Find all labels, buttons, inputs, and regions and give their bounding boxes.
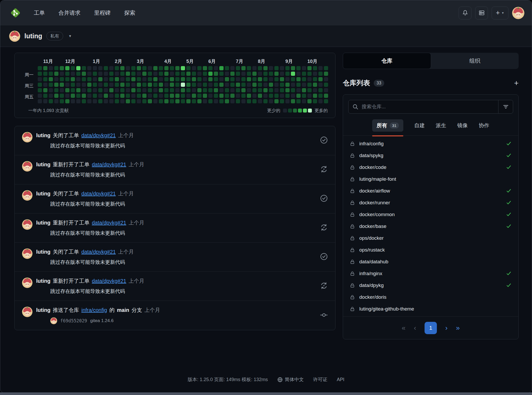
heatmap-cell[interactable] [192, 94, 196, 98]
heatmap-cell[interactable] [120, 72, 124, 76]
heatmap-cell[interactable] [38, 66, 42, 70]
heatmap-cell[interactable] [285, 77, 290, 81]
heatmap-cell[interactable] [219, 88, 224, 92]
heatmap-cell[interactable] [159, 94, 163, 98]
heatmap-cell[interactable] [192, 72, 196, 76]
heatmap-cell[interactable] [115, 99, 119, 103]
heatmap-cell[interactable] [236, 72, 240, 76]
heatmap-cell[interactable] [269, 77, 273, 81]
heatmap-cell[interactable] [263, 77, 268, 81]
heatmap-cell[interactable] [98, 83, 102, 87]
heatmap-cell[interactable] [82, 77, 86, 81]
heatmap-cell[interactable] [49, 77, 53, 81]
heatmap-cell[interactable] [71, 66, 75, 70]
heatmap-cell[interactable] [43, 94, 47, 98]
repo-row[interactable]: infra/nginx [343, 268, 518, 279]
heatmap-cell[interactable] [296, 77, 301, 81]
repo-name[interactable]: data/datahub [359, 259, 388, 265]
repo-row[interactable]: data/dpykg [343, 279, 518, 291]
heatmap-cell[interactable] [137, 99, 141, 103]
commit-message[interactable]: gitea 1.24.6 [90, 318, 113, 323]
heatmap-cell[interactable] [241, 88, 246, 92]
heatmap-cell[interactable] [65, 99, 69, 103]
heatmap-cell[interactable] [296, 66, 301, 70]
heatmap-cell[interactable] [54, 94, 58, 98]
heatmap-cell[interactable] [126, 83, 130, 87]
heatmap-cell[interactable] [175, 88, 180, 92]
heatmap-cell[interactable] [313, 66, 317, 70]
heatmap-cell[interactable] [82, 66, 86, 70]
heatmap-cell[interactable] [164, 72, 169, 76]
heatmap-cell[interactable] [241, 99, 246, 103]
heatmap-cell[interactable] [153, 94, 158, 98]
heatmap-cell[interactable] [252, 77, 257, 81]
heatmap-cell[interactable] [208, 99, 213, 103]
tab-organizations[interactable]: 组织 [431, 53, 519, 69]
heatmap-cell[interactable] [291, 77, 295, 81]
heatmap-cell[interactable] [71, 83, 75, 87]
repo-row[interactable]: luting/maple-font [343, 173, 518, 185]
heatmap-cell[interactable] [170, 72, 174, 76]
heatmap-cell[interactable] [93, 99, 97, 103]
heatmap-cell[interactable] [76, 77, 80, 81]
repo-row[interactable]: docker/base [343, 220, 518, 232]
heatmap-cell[interactable] [302, 83, 306, 87]
pagination-next[interactable]: › [445, 324, 448, 332]
heatmap-cell[interactable] [219, 99, 224, 103]
heatmap-cell[interactable] [296, 83, 301, 87]
heatmap-cell[interactable] [98, 99, 102, 103]
heatmap-cell[interactable] [203, 83, 207, 87]
heatmap-cell[interactable] [307, 99, 312, 103]
heatmap-cell[interactable] [230, 88, 235, 92]
heatmap-cell[interactable] [186, 77, 191, 81]
heatmap-cell[interactable] [225, 99, 229, 103]
heatmap-cell[interactable] [186, 66, 191, 70]
heatmap-cell[interactable] [142, 77, 146, 81]
heatmap-cell[interactable] [258, 99, 262, 103]
repo-row[interactable]: infra/config [343, 138, 518, 150]
heatmap-cell[interactable] [54, 77, 58, 81]
feed-issue-title[interactable]: 跳过存在版本可能导致未更新代码 [50, 172, 315, 178]
heatmap-cell[interactable] [280, 99, 284, 103]
heatmap-cell[interactable] [104, 77, 108, 81]
heatmap-cell[interactable] [65, 94, 69, 98]
heatmap-cell[interactable] [131, 83, 135, 87]
heatmap-cell[interactable] [82, 83, 86, 87]
heatmap-cell[interactable] [181, 66, 185, 70]
heatmap-cell[interactable] [175, 94, 180, 98]
heatmap-cell[interactable] [285, 88, 290, 92]
heatmap-cell[interactable] [258, 72, 262, 76]
heatmap-cell[interactable] [313, 88, 317, 92]
heatmap-cell[interactable] [104, 66, 108, 70]
heatmap-cell[interactable] [142, 66, 146, 70]
repo-row[interactable]: data/spykg [343, 150, 518, 161]
heatmap-cell[interactable] [137, 83, 141, 87]
heatmap-cell[interactable] [104, 88, 108, 92]
repo-row[interactable]: docker/doris [343, 291, 518, 303]
heatmap-cell[interactable] [307, 77, 312, 81]
heatmap-cell[interactable] [65, 88, 69, 92]
heatmap-cell[interactable] [153, 66, 158, 70]
heatmap-cell[interactable] [258, 66, 262, 70]
heatmap-cell[interactable] [241, 72, 246, 76]
repo-row[interactable]: docker/airflow [343, 185, 518, 197]
feed-issue-title[interactable]: 跳过存在版本可能导致未更新代码 [50, 259, 315, 266]
notifications-button[interactable] [459, 7, 471, 19]
heatmap-cell[interactable] [274, 99, 279, 103]
heatmap-cell[interactable] [274, 72, 279, 76]
heatmap-cell[interactable] [230, 83, 235, 87]
heatmap-cell[interactable] [230, 94, 235, 98]
heatmap-cell[interactable] [225, 88, 229, 92]
repo-name[interactable]: data/dpykg [359, 282, 384, 288]
heatmap-cell[interactable] [258, 77, 262, 81]
heatmap-cell[interactable] [153, 88, 158, 92]
heatmap-cell[interactable] [291, 72, 295, 76]
heatmap-cell[interactable] [181, 83, 185, 87]
heatmap-cell[interactable] [159, 83, 163, 87]
heatmap-cell[interactable] [252, 72, 257, 76]
heatmap-cell[interactable] [197, 99, 202, 103]
repo-row[interactable]: data/datahub [343, 256, 518, 268]
heatmap-cell[interactable] [258, 88, 262, 92]
heatmap-cell[interactable] [274, 94, 279, 98]
heatmap-cell[interactable] [318, 88, 323, 92]
